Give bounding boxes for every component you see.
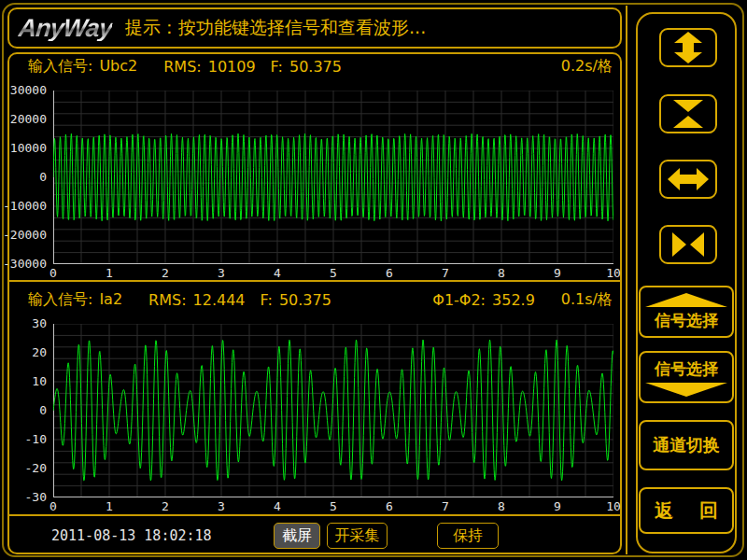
y-tick-label: -30 — [25, 491, 47, 504]
waveform1-x-axis: 012345678910 — [53, 267, 613, 280]
waveform1-y-axis: 3000020000100000-10000-20000-30000 — [4, 91, 49, 264]
waveform1-header: 输入信号: Ubc2 RMS: 10109 F: 50.375 0.2s/格 — [28, 57, 613, 77]
anyway-logo: AnyWay — [18, 16, 114, 41]
x-tick-label: 9 — [554, 500, 561, 513]
phase-group: Φ1-Φ2: 352.9 — [432, 291, 535, 309]
y-tick-label: 10 — [32, 375, 47, 388]
compress-vertical-icon — [669, 98, 707, 130]
channel-switch-label: 通道切换 — [653, 434, 720, 456]
y-tick-label: 10000 — [10, 142, 47, 155]
y-tick-label: 30 — [32, 317, 47, 330]
waveform2-plot — [53, 324, 613, 497]
input-signal-value: Ia2 — [99, 290, 122, 310]
waveform2-header: 输入信号: Ia2 RMS: 12.444 F: 50.375 Φ1-Φ2: 3… — [28, 290, 613, 310]
rms-group: RMS: 12.444 — [148, 291, 245, 309]
hint-text: 提示：按功能键选择信号和查看波形... — [125, 16, 426, 40]
freq-group: F: 50.375 — [261, 291, 331, 309]
input-signal-value: Ubc2 — [99, 57, 137, 77]
y-tick-label: 30000 — [10, 84, 47, 97]
x-tick-label: 0 — [49, 267, 57, 280]
freq-value: 50.375 — [289, 58, 342, 76]
expand-vertical-button[interactable] — [659, 28, 717, 67]
signal-select-up-label: 信号选择 — [655, 310, 718, 331]
device-screen: AnyWay 提示：按功能键选择信号和查看波形... 输入信号: Ubc2 RM… — [0, 0, 747, 560]
x-tick-label: 2 — [162, 500, 169, 513]
x-tick-label: 7 — [442, 267, 449, 280]
freq-label: F: — [271, 58, 283, 76]
x-tick-label: 6 — [386, 500, 393, 513]
y-tick-label: -20000 — [3, 229, 47, 242]
signal-select-down-label: 信号选择 — [655, 358, 718, 380]
x-tick-label: 1 — [106, 500, 113, 513]
y-tick-label: -10000 — [3, 200, 47, 213]
phase-label: Φ1-Φ2: — [432, 291, 486, 309]
waveform1-plot — [53, 91, 613, 264]
x-tick-label: 8 — [498, 267, 505, 280]
y-tick-label: -10 — [25, 433, 47, 446]
rms-label: RMS: — [148, 291, 186, 309]
x-tick-label: 5 — [330, 267, 337, 280]
freq-value: 50.375 — [279, 291, 331, 309]
rms-label: RMS: — [163, 58, 201, 76]
compress-vertical-button[interactable] — [659, 94, 717, 133]
expand-vertical-icon — [669, 32, 707, 63]
y-tick-label: 0 — [39, 171, 47, 184]
x-tick-label: 2 — [162, 267, 169, 280]
x-tick-label: 8 — [498, 500, 505, 513]
waveform2-trace — [53, 324, 613, 497]
triangle-up-icon — [645, 293, 727, 307]
expand-horizontal-button[interactable] — [659, 160, 717, 199]
x-tick-label: 1 — [106, 267, 113, 280]
panel-divider — [8, 280, 621, 282]
x-tick-label: 6 — [386, 267, 393, 280]
signal-select-up-button[interactable]: 信号选择 — [639, 286, 734, 338]
input-signal-group: 输入信号: Ia2 — [28, 290, 122, 310]
screenshot-button[interactable]: 截屏 — [274, 523, 320, 549]
channel-switch-button[interactable]: 通道切换 — [639, 420, 734, 470]
rms-value: 12.444 — [193, 291, 246, 309]
triangle-down-icon — [645, 383, 727, 397]
x-tick-label: 5 — [330, 500, 337, 513]
y-tick-label: -30000 — [3, 258, 47, 271]
waveform1-trace — [53, 91, 613, 264]
x-tick-label: 4 — [274, 267, 281, 280]
time-scale: 0.1s/格 — [561, 290, 613, 310]
return-label-left: 返 — [655, 498, 673, 524]
return-button[interactable]: 返 回 — [639, 487, 734, 534]
phase-value: 352.9 — [492, 291, 535, 309]
sidebar-separator — [626, 6, 627, 554]
x-tick-label: 3 — [218, 267, 225, 280]
sidebar-container — [636, 12, 737, 553]
freq-label: F: — [261, 291, 273, 309]
return-label-right: 回 — [699, 498, 718, 524]
start-acquisition-button[interactable]: 开采集 — [327, 523, 388, 549]
x-tick-label: 4 — [274, 500, 281, 513]
x-tick-label: 9 — [554, 267, 561, 280]
x-tick-label: 0 — [49, 500, 57, 513]
bottombar-divider — [8, 514, 621, 516]
y-tick-label: 0 — [39, 404, 47, 417]
y-tick-label: 20 — [32, 346, 47, 359]
y-tick-label: 20000 — [10, 113, 47, 126]
title-bar: AnyWay 提示：按功能键选择信号和查看波形... — [7, 7, 622, 49]
waveform2-x-axis: 012345678910 — [53, 500, 613, 513]
input-signal-label: 输入信号: — [28, 57, 92, 77]
freq-group: F: 50.375 — [271, 58, 342, 76]
rms-group: RMS: 10109 — [163, 58, 255, 76]
waveform2-y-axis: 3020100-10-20-30 — [4, 324, 49, 497]
hold-button[interactable]: 保持 — [437, 523, 499, 549]
x-tick-label: 10 — [606, 267, 621, 280]
y-tick-label: -20 — [25, 462, 47, 475]
x-tick-label: 3 — [218, 500, 225, 513]
compress-horizontal-button[interactable] — [659, 225, 717, 264]
x-tick-label: 10 — [606, 500, 621, 513]
input-signal-label: 输入信号: — [28, 290, 92, 310]
rms-value: 10109 — [208, 58, 256, 76]
x-tick-label: 7 — [442, 500, 449, 513]
input-signal-group: 输入信号: Ubc2 — [28, 57, 137, 77]
signal-select-down-button[interactable]: 信号选择 — [639, 351, 734, 403]
expand-horizontal-icon — [668, 164, 709, 194]
timestamp: 2011-08-13 18:02:18 — [51, 527, 212, 544]
time-scale: 0.2s/格 — [561, 57, 613, 77]
compress-horizontal-icon — [668, 230, 709, 259]
